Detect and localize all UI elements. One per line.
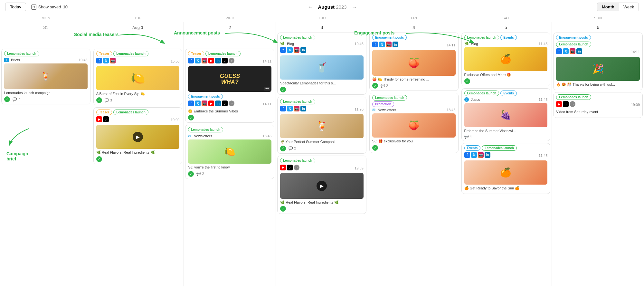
card-type: ✉ Newsletters	[372, 108, 396, 112]
card-time: 11:45	[539, 42, 548, 46]
card-get-ready[interactable]: Events Lemonades launch f 𝕏 📷 in 11:45	[461, 143, 551, 194]
card-lemonade-video[interactable]: Lemonades launch ▶ ♪ ○ 19:09 ▶ 🌿 Real Fl…	[277, 156, 366, 214]
day-header-sun: SUN	[552, 14, 644, 22]
card-tags: Lemonades launch	[372, 95, 456, 101]
youtube-icon: ▶	[96, 116, 102, 122]
card-text: 🌿 Real Flavors, Real Ingredients 🌿	[280, 200, 364, 205]
facebook-icon: f	[556, 48, 562, 54]
sub-card-time: 14:11	[263, 102, 272, 106]
card-text: Exclusive Offers and More 🎁	[464, 72, 548, 77]
card-real-flavors[interactable]: Teaser Lemonades launch ▶ ♪ 19:09 ▶ 🌿 Re…	[93, 107, 183, 164]
card-exclusive-offers[interactable]: Lemonades launch Events 🌿 Blog 11:45 🍊 E…	[461, 33, 551, 86]
card-newsletters-exclusive[interactable]: Lemonades launch Promotion ✉ Newsletters…	[369, 93, 459, 153]
card-text: 😊 Embrace the Summer Vibes	[188, 109, 271, 113]
day-number-31: 31	[1, 24, 90, 33]
card-burst[interactable]: Teaser Lemonades launch f 𝕏 📷 15:50 🍋	[93, 49, 183, 105]
card-time: 19:09	[631, 103, 640, 107]
tag-promotion: Promotion	[372, 101, 394, 107]
month-view-button[interactable]: Month	[597, 3, 619, 11]
card-tags: Lemonades launch	[188, 127, 271, 132]
card-image: 🍹	[280, 114, 364, 138]
card-image: ▶	[280, 173, 364, 199]
card-time: 11:20	[355, 107, 364, 111]
card-text: 🌴 Your Perfect Summer Compani...	[280, 139, 364, 144]
facebook-icon: f	[372, 42, 378, 47]
card-engagement[interactable]: Engagement posts f 𝕏 📷 in 14:11 🍑	[369, 33, 459, 91]
week-view-button[interactable]: Week	[619, 3, 639, 11]
card-blog-1[interactable]: Lemonades launch 🌿 Blog 10:45 f 𝕏	[277, 33, 366, 95]
card-text: 🔥 😍 🎊 Thanks for being with us!...	[556, 82, 640, 87]
card-saturday-event[interactable]: Lemonades launch ▶ ♪ ○ 19:09 Video from …	[553, 92, 643, 118]
sub-tags: Engagement posts	[188, 94, 271, 99]
card-tags: Lemonades launch Events	[464, 91, 548, 96]
card-time: 14:11	[631, 50, 640, 54]
twitter-icon: 𝕏	[103, 58, 109, 63]
check-icon: ✓	[188, 115, 194, 120]
day-number-6: 6	[553, 24, 643, 33]
card-time: 14:11	[447, 43, 456, 47]
tiktok-icon: ♪	[287, 165, 293, 170]
day-number-aug1: Aug 1	[93, 24, 183, 33]
day-number-4: 4	[369, 24, 459, 33]
card-header: ≡ Briefs 10:45	[4, 58, 88, 62]
card-footer: ✓	[372, 145, 456, 151]
card-engagement-sun[interactable]: Engagement posts Lemonades launch f 𝕏 📷 …	[553, 33, 643, 90]
check-icon: ✓	[372, 145, 378, 151]
day-col-fri: 4 Engagement posts f 𝕏 📷 in 14:11	[368, 22, 460, 286]
tag-lemonade: Lemonades launch	[482, 145, 517, 151]
social-icons: f 𝕏 📷 in	[556, 48, 582, 54]
card-tags: Teaser Lemonades launch	[96, 110, 180, 115]
comment-icon: 💬 2	[196, 172, 204, 176]
tag-lemonade: Lemonades launch	[280, 158, 315, 163]
card-guess-what[interactable]: Teaser Lemonades launch f 𝕏 📷 ▶ in ♪ ○	[185, 49, 274, 123]
card-type: ✉ Newsletters	[188, 134, 212, 138]
card-type: ≡ Briefs	[4, 58, 20, 62]
card-image: 🍊	[464, 47, 548, 71]
today-button[interactable]: Today	[5, 3, 26, 11]
card-image: 🍋	[96, 66, 180, 90]
twitter-icon: 𝕏	[379, 42, 385, 47]
twitter-icon: 𝕏	[287, 106, 293, 111]
social-header: f 𝕏 📷 in	[280, 47, 364, 54]
card-time: 19:09	[171, 118, 180, 122]
card-footer: 💬 4	[464, 135, 548, 139]
day-header-mon: MON	[0, 14, 92, 22]
card-header: f 𝕏 📷 in 14:11	[556, 48, 640, 55]
card-briefs[interactable]: Lemonades launch ≡ Briefs 10:45 🍹	[1, 49, 90, 104]
facebook-icon: f	[96, 58, 102, 63]
linkedin-icon: in	[485, 152, 490, 158]
show-saved-control[interactable]: ⊡ Show saved 10	[31, 5, 68, 10]
card-tags: Engagement posts	[556, 35, 640, 40]
tag-lemonade: Lemonades launch	[188, 127, 223, 132]
card-footer: ✓ 💬 2	[372, 83, 456, 89]
calendar-grid: 31 Lemonades launch ≡ Briefs 10:45	[0, 22, 644, 286]
card-time: 18:45	[263, 134, 272, 138]
card-image: ▶	[96, 125, 180, 149]
instagram-icon: 📷	[478, 152, 484, 158]
prev-month-button[interactable]: ←	[308, 4, 313, 10]
tag-teaser: Teaser	[96, 51, 112, 56]
twitter-icon: 𝕏	[195, 101, 201, 106]
gif-badge: GIF	[264, 87, 270, 91]
tag-teaser: Teaser	[96, 110, 112, 115]
check-icon: ✓	[464, 78, 470, 84]
comment-icon: 💬 2	[381, 84, 388, 88]
tag-lemonade: Lemonades launch	[556, 42, 591, 47]
card-summer-companion[interactable]: Lemonades launch f 𝕏 📷 in 11:20 🍹	[277, 97, 366, 153]
card-jusco[interactable]: Lemonades launch Events J Jusco 11:45 🍇 …	[461, 88, 551, 141]
tiktok-icon: ♪	[222, 101, 228, 106]
card-newsletters[interactable]: Lemonades launch ✉ Newsletters 18:45 🍋 S…	[185, 125, 274, 179]
tag-events: Events	[500, 35, 517, 40]
card-tags: Teaser Lemonades launch	[188, 51, 271, 56]
card-tags: Lemonades launch	[280, 35, 364, 40]
social-icons: f 𝕏 📷 in	[372, 42, 398, 47]
show-saved-label: Show saved	[38, 5, 61, 9]
sub-social-icons: f 𝕏 📷 ▶ in ♪ ○	[188, 101, 234, 106]
play-button[interactable]: ▶	[317, 181, 327, 191]
card-image: 🥤	[280, 55, 364, 80]
next-month-button[interactable]: →	[352, 4, 357, 10]
play-button[interactable]: ▶	[133, 132, 143, 142]
instagram-icon: 📷	[202, 58, 207, 63]
card-header: f 𝕏 📷 15:50	[96, 58, 180, 65]
other-icon: ○	[294, 165, 299, 170]
